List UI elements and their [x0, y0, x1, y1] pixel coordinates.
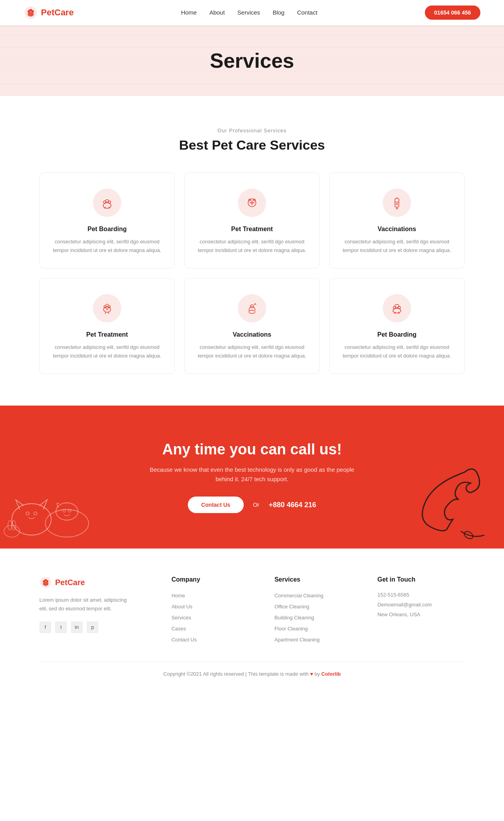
nav-home[interactable]: Home — [181, 9, 197, 16]
logo-icon — [24, 6, 38, 20]
section-title: Best Pet Care Services — [39, 137, 465, 153]
cta-desc: Because we know that even the best techn… — [146, 465, 358, 484]
pet-treatment2-icon — [100, 301, 115, 316]
service-desc-2: consectetur adipiscing elit, serifd dgo … — [341, 237, 452, 255]
service-name-5: Pet Boarding — [341, 331, 452, 338]
cta-or-text: Or — [253, 502, 259, 508]
nav-blog[interactable]: Blog — [272, 9, 284, 16]
footer-services-col: Services Commercial Cleaning Office Clea… — [274, 576, 362, 643]
social-facebook[interactable]: f — [39, 621, 51, 633]
service-icon-wrap-4 — [238, 294, 266, 322]
svg-point-43 — [56, 503, 78, 520]
service-name-3: Pet Treatment — [52, 331, 163, 338]
svg-line-37 — [395, 312, 395, 314]
svg-point-54 — [44, 579, 47, 581]
svg-point-8 — [106, 200, 109, 202]
svg-point-33 — [393, 308, 401, 313]
footer-link-services[interactable]: Services — [171, 615, 191, 621]
footer-logo-icon — [39, 576, 52, 589]
footer-link-about[interactable]: About Us — [171, 604, 192, 610]
footer-address: New Orleans, USA — [377, 612, 465, 617]
service-desc-0: consectetur adipiscing elit, serifd dgo … — [52, 237, 163, 255]
footer-services-title: Services — [274, 576, 362, 583]
footer-link-home[interactable]: Home — [171, 593, 185, 599]
service-name-2: Vaccinations — [341, 226, 452, 233]
footer-svc-floor[interactable]: Floor Cleaning — [274, 626, 308, 632]
footer-by: by — [315, 671, 321, 677]
svg-line-10 — [109, 207, 109, 209]
pet-treatment-icon — [245, 195, 259, 210]
nav-links: Home About Services Blog Contact — [181, 9, 317, 16]
cta-title: Any time you can call us! — [162, 441, 342, 458]
cta-pets-illustration — [0, 468, 102, 549]
footer-bottom: Copyright ©2021 All rights reserved | Th… — [39, 662, 465, 686]
svg-point-40 — [26, 512, 29, 515]
footer-colorlib-link[interactable]: Colorlib — [321, 671, 341, 677]
pet-boarding2-icon — [389, 301, 404, 316]
footer-svc-apartment[interactable]: Apartment Cleaning — [274, 637, 320, 643]
service-card-0: Pet Boarding consectetur adipiscing elit… — [39, 172, 175, 269]
footer-svc-building[interactable]: Building Cleaning — [274, 615, 314, 621]
footer-about-text: Lorem ipsum dolor sit amet, adipiscing e… — [39, 596, 134, 613]
footer-company-col: Company Home About Us Services Cases Con… — [171, 576, 259, 643]
logo-text: PetCare — [41, 7, 74, 18]
hero-title: Services — [210, 25, 294, 96]
svg-line-38 — [398, 312, 399, 314]
svg-point-4 — [29, 9, 32, 11]
svg-point-39 — [12, 504, 51, 535]
services-grid: Pet Boarding consectetur adipiscing elit… — [39, 172, 465, 374]
social-twitter[interactable]: t — [55, 621, 67, 633]
footer-contact-title: Get in Touch — [377, 576, 465, 583]
svg-line-31 — [255, 304, 256, 305]
footer-email: Demoemail@gmail.com — [377, 602, 465, 608]
social-pinterest[interactable]: p — [87, 621, 98, 633]
service-name-1: Pet Treatment — [196, 226, 308, 233]
footer-link-cases[interactable]: Cases — [171, 626, 186, 632]
social-linkedin[interactable]: in — [71, 621, 83, 633]
svg-point-5 — [103, 203, 111, 208]
svg-point-19 — [396, 203, 398, 205]
services-section: Our Professional Services Best Pet Care … — [0, 96, 504, 406]
footer-services-links: Commercial Cleaning Office Cleaning Buil… — [274, 592, 362, 643]
footer-logo: PetCare — [39, 576, 156, 589]
footer-top: PetCare Lorem ipsum dolor sit amet, adip… — [39, 576, 465, 662]
logo[interactable]: PetCare — [24, 6, 74, 20]
nav-contact[interactable]: Contact — [297, 9, 317, 16]
service-desc-4: consectetur adipiscing elit, serifd dgo … — [196, 343, 308, 360]
service-card-4: Vaccinations consectetur adipiscing elit… — [184, 278, 320, 374]
cta-actions: Contact Us Or +880 4664 216 — [188, 497, 316, 513]
footer-socials: f t in p — [39, 621, 156, 633]
nav-services[interactable]: Services — [237, 9, 260, 16]
service-icon-wrap-1 — [238, 189, 266, 217]
pet-boarding-icon — [100, 195, 115, 210]
cta-phone-number: +880 4664 216 — [269, 501, 316, 509]
service-desc-5: consectetur adipiscing elit, serifd dgo … — [341, 343, 452, 360]
service-card-2: Vaccinations consectetur adipiscing elit… — [329, 172, 465, 269]
footer-company-title: Company — [171, 576, 259, 583]
service-name-0: Pet Boarding — [52, 226, 163, 233]
nav-about[interactable]: About — [209, 9, 225, 16]
svg-point-32 — [249, 310, 255, 313]
footer-logo-text: PetCare — [55, 578, 85, 587]
service-desc-1: consectetur adipiscing elit, serifd dgo … — [196, 237, 308, 255]
footer-svc-office[interactable]: Office Cleaning — [274, 604, 309, 610]
svg-point-36 — [395, 304, 399, 308]
footer-svc-commercial[interactable]: Commercial Cleaning — [274, 593, 323, 599]
nav-cta-button[interactable]: 01654 066 456 — [425, 6, 480, 20]
cta-phone-illustration — [410, 460, 488, 549]
footer-brand: PetCare Lorem ipsum dolor sit amet, adip… — [39, 576, 156, 643]
svg-point-41 — [34, 512, 37, 515]
heart-icon: ♥ — [310, 671, 314, 677]
footer-link-contact[interactable]: Contact Us — [171, 637, 196, 643]
service-card-1: Pet Treatment consectetur adipiscing eli… — [184, 172, 320, 269]
service-icon-wrap-3 — [93, 294, 121, 322]
footer-company-links: Home About Us Services Cases Contact Us — [171, 592, 259, 643]
footer-contact-info: 152-515-6565 Demoemail@gmail.com New Orl… — [377, 592, 465, 617]
service-icon-wrap-0 — [93, 189, 121, 217]
svg-point-42 — [45, 510, 89, 537]
cta-contact-button[interactable]: Contact Us — [188, 497, 244, 513]
footer: PetCare Lorem ipsum dolor sit amet, adip… — [0, 549, 504, 686]
footer-phone: 152-515-6565 — [377, 592, 465, 598]
service-icon-wrap-5 — [383, 294, 411, 322]
service-card-3: Pet Treatment consectetur adipiscing eli… — [39, 278, 175, 374]
